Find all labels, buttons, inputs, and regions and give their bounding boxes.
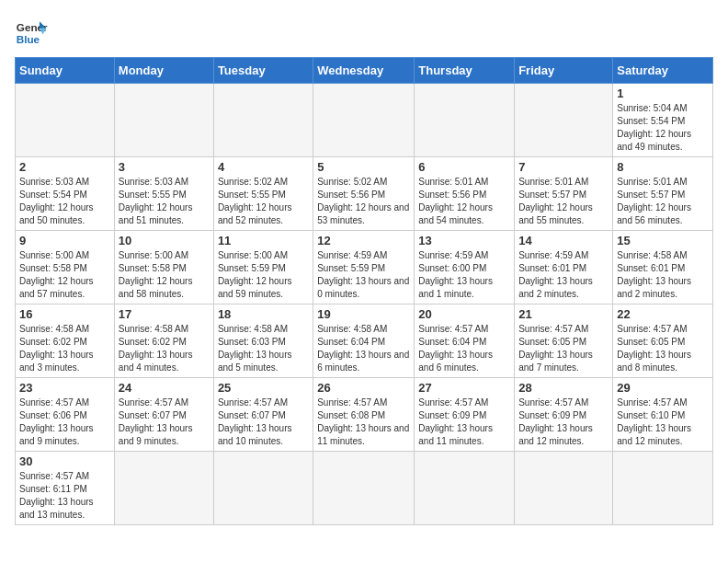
calendar-cell [16, 84, 115, 157]
calendar-cell [213, 84, 313, 157]
weekday-header-row: SundayMondayTuesdayWednesdayThursdayFrid… [16, 58, 713, 84]
day-number: 21 [518, 307, 609, 321]
day-number: 24 [119, 381, 210, 395]
calendar-cell: 23Sunrise: 4:57 AM Sunset: 6:06 PM Dayli… [16, 378, 115, 452]
calendar-cell [415, 84, 515, 157]
calendar-cell: 29Sunrise: 4:57 AM Sunset: 6:10 PM Dayli… [613, 378, 713, 452]
day-info: Sunrise: 5:00 AM Sunset: 5:58 PM Dayligh… [19, 249, 110, 301]
calendar-cell [515, 84, 613, 157]
calendar-cell: 2Sunrise: 5:03 AM Sunset: 5:54 PM Daylig… [16, 157, 115, 231]
day-number: 19 [317, 307, 410, 321]
day-number: 25 [218, 381, 309, 395]
calendar-cell [313, 84, 415, 157]
day-info: Sunrise: 5:01 AM Sunset: 5:57 PM Dayligh… [617, 176, 709, 227]
day-info: Sunrise: 4:57 AM Sunset: 6:07 PM Dayligh… [119, 396, 210, 448]
calendar-cell: 18Sunrise: 4:58 AM Sunset: 6:03 PM Dayli… [213, 304, 313, 378]
day-number: 28 [518, 381, 609, 395]
calendar-cell: 12Sunrise: 4:59 AM Sunset: 5:59 PM Dayli… [313, 231, 415, 304]
day-number: 15 [617, 234, 709, 247]
day-info: Sunrise: 4:57 AM Sunset: 6:05 PM Dayligh… [617, 323, 709, 374]
day-number: 9 [19, 234, 110, 247]
calendar-cell: 15Sunrise: 4:58 AM Sunset: 6:01 PM Dayli… [613, 231, 713, 304]
calendar-week-row: 30Sunrise: 4:57 AM Sunset: 6:11 PM Dayli… [16, 452, 713, 525]
day-number: 13 [418, 234, 510, 247]
day-number: 18 [218, 307, 309, 321]
day-number: 27 [418, 381, 510, 395]
calendar-cell: 11Sunrise: 5:00 AM Sunset: 5:59 PM Dayli… [213, 231, 313, 304]
calendar-cell: 19Sunrise: 4:58 AM Sunset: 6:04 PM Dayli… [313, 304, 415, 378]
day-info: Sunrise: 5:00 AM Sunset: 5:58 PM Dayligh… [119, 249, 210, 301]
calendar-cell: 22Sunrise: 4:57 AM Sunset: 6:05 PM Dayli… [613, 304, 713, 378]
day-number: 22 [617, 307, 709, 321]
calendar-cell: 26Sunrise: 4:57 AM Sunset: 6:08 PM Dayli… [313, 378, 415, 452]
calendar-cell: 14Sunrise: 4:59 AM Sunset: 6:01 PM Dayli… [515, 231, 613, 304]
day-info: Sunrise: 4:57 AM Sunset: 6:04 PM Dayligh… [418, 323, 510, 374]
day-info: Sunrise: 4:58 AM Sunset: 6:04 PM Dayligh… [317, 323, 410, 374]
weekday-header-wednesday: Wednesday [313, 58, 415, 84]
day-number: 8 [617, 160, 709, 174]
day-info: Sunrise: 4:57 AM Sunset: 6:09 PM Dayligh… [518, 396, 609, 448]
calendar-cell [313, 452, 415, 525]
day-number: 2 [19, 160, 110, 174]
day-number: 16 [19, 307, 110, 321]
day-number: 23 [19, 381, 110, 395]
calendar-cell: 8Sunrise: 5:01 AM Sunset: 5:57 PM Daylig… [613, 157, 713, 231]
calendar-cell: 28Sunrise: 4:57 AM Sunset: 6:09 PM Dayli… [515, 378, 613, 452]
calendar-cell: 9Sunrise: 5:00 AM Sunset: 5:58 PM Daylig… [16, 231, 115, 304]
calendar-cell: 16Sunrise: 4:58 AM Sunset: 6:02 PM Dayli… [16, 304, 115, 378]
day-info: Sunrise: 4:58 AM Sunset: 6:01 PM Dayligh… [617, 249, 709, 301]
day-info: Sunrise: 5:00 AM Sunset: 5:59 PM Dayligh… [218, 249, 309, 301]
calendar-cell: 7Sunrise: 5:01 AM Sunset: 5:57 PM Daylig… [515, 157, 613, 231]
calendar-cell: 3Sunrise: 5:03 AM Sunset: 5:55 PM Daylig… [114, 157, 213, 231]
logo: General Blue [15, 15, 48, 48]
calendar-cell [415, 452, 515, 525]
day-info: Sunrise: 4:58 AM Sunset: 6:03 PM Dayligh… [218, 323, 309, 374]
day-info: Sunrise: 4:59 AM Sunset: 5:59 PM Dayligh… [317, 249, 410, 301]
calendar-cell [213, 452, 313, 525]
day-info: Sunrise: 4:57 AM Sunset: 6:10 PM Dayligh… [617, 396, 709, 448]
day-info: Sunrise: 5:02 AM Sunset: 5:55 PM Dayligh… [218, 176, 309, 227]
day-info: Sunrise: 5:01 AM Sunset: 5:57 PM Dayligh… [518, 176, 609, 227]
calendar-cell: 4Sunrise: 5:02 AM Sunset: 5:55 PM Daylig… [213, 157, 313, 231]
day-number: 7 [518, 160, 609, 174]
weekday-header-thursday: Thursday [415, 58, 515, 84]
calendar-cell: 13Sunrise: 4:59 AM Sunset: 6:00 PM Dayli… [415, 231, 515, 304]
day-info: Sunrise: 4:59 AM Sunset: 6:01 PM Dayligh… [518, 249, 609, 301]
calendar-cell: 10Sunrise: 5:00 AM Sunset: 5:58 PM Dayli… [114, 231, 213, 304]
weekday-header-sunday: Sunday [16, 58, 115, 84]
day-number: 17 [119, 307, 210, 321]
day-info: Sunrise: 4:58 AM Sunset: 6:02 PM Dayligh… [119, 323, 210, 374]
weekday-header-saturday: Saturday [613, 58, 713, 84]
weekday-header-monday: Monday [114, 58, 213, 84]
day-number: 12 [317, 234, 410, 247]
calendar-cell: 17Sunrise: 4:58 AM Sunset: 6:02 PM Dayli… [114, 304, 213, 378]
day-info: Sunrise: 4:59 AM Sunset: 6:00 PM Dayligh… [418, 249, 510, 301]
day-number: 11 [218, 234, 309, 247]
day-info: Sunrise: 4:57 AM Sunset: 6:05 PM Dayligh… [518, 323, 609, 374]
weekday-header-tuesday: Tuesday [213, 58, 313, 84]
day-number: 3 [119, 160, 210, 174]
calendar-table: SundayMondayTuesdayWednesdayThursdayFrid… [15, 57, 713, 525]
calendar-week-row: 9Sunrise: 5:00 AM Sunset: 5:58 PM Daylig… [16, 231, 713, 304]
calendar-week-row: 23Sunrise: 4:57 AM Sunset: 6:06 PM Dayli… [16, 378, 713, 452]
calendar-cell: 5Sunrise: 5:02 AM Sunset: 5:56 PM Daylig… [313, 157, 415, 231]
day-number: 4 [218, 160, 309, 174]
calendar-cell: 1Sunrise: 5:04 AM Sunset: 5:54 PM Daylig… [613, 84, 713, 157]
calendar-cell [613, 452, 713, 525]
day-number: 26 [317, 381, 410, 395]
day-info: Sunrise: 4:57 AM Sunset: 6:09 PM Dayligh… [418, 396, 510, 448]
day-number: 5 [317, 160, 410, 174]
calendar-cell: 21Sunrise: 4:57 AM Sunset: 6:05 PM Dayli… [515, 304, 613, 378]
calendar-cell: 25Sunrise: 4:57 AM Sunset: 6:07 PM Dayli… [213, 378, 313, 452]
day-info: Sunrise: 4:57 AM Sunset: 6:06 PM Dayligh… [19, 396, 110, 448]
calendar-cell: 30Sunrise: 4:57 AM Sunset: 6:11 PM Dayli… [16, 452, 115, 525]
calendar-week-row: 2Sunrise: 5:03 AM Sunset: 5:54 PM Daylig… [16, 157, 713, 231]
calendar-cell: 20Sunrise: 4:57 AM Sunset: 6:04 PM Dayli… [415, 304, 515, 378]
day-number: 29 [617, 381, 709, 395]
calendar-cell: 27Sunrise: 4:57 AM Sunset: 6:09 PM Dayli… [415, 378, 515, 452]
weekday-header-friday: Friday [515, 58, 613, 84]
day-info: Sunrise: 4:58 AM Sunset: 6:02 PM Dayligh… [19, 323, 110, 374]
calendar-cell: 24Sunrise: 4:57 AM Sunset: 6:07 PM Dayli… [114, 378, 213, 452]
day-number: 1 [617, 86, 709, 100]
day-number: 20 [418, 307, 510, 321]
